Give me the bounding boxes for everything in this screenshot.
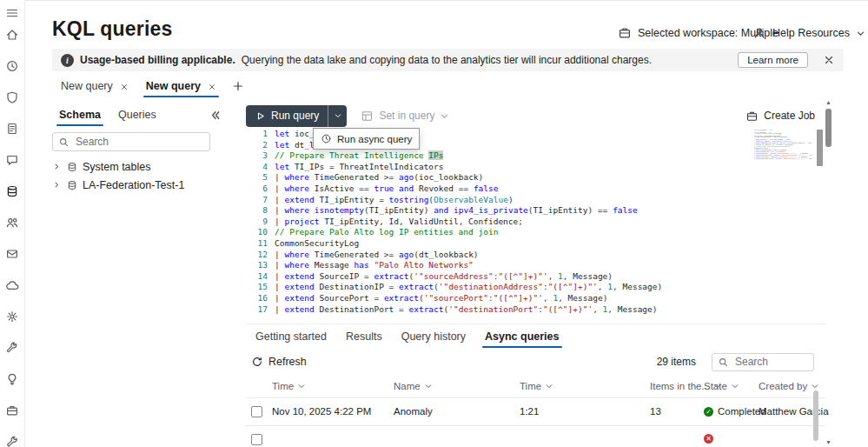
page-scrollbar[interactable]: ▲ ▼ [824,97,833,447]
refresh-label: Refresh [268,356,307,368]
add-query-tab-button[interactable] [232,80,244,92]
query-tab-label: New query [61,80,113,92]
learn-more-button[interactable]: Learn more [738,52,808,68]
lightbulb-icon[interactable] [5,372,19,386]
refresh-icon [251,356,263,368]
cloud-icon[interactable] [5,278,19,292]
query-tabs-list: New queryNew query [52,74,225,97]
history-icon[interactable] [5,59,19,73]
column-header-created_by[interactable]: Created by [759,381,819,391]
status-failed-icon: ✕ [704,434,713,444]
results-search-box [712,353,814,371]
tab-queries-label: Queries [118,109,156,121]
column-label: Time [520,381,541,391]
sort-chevron-icon [424,382,433,390]
scroll-down-icon[interactable]: ▼ [824,437,833,447]
help-icon [752,26,766,40]
tab-query-history[interactable]: Query history [392,324,475,348]
tools-icon[interactable] [5,341,19,355]
tree-item-la-federation[interactable]: LA-Federation-Test-1 [52,176,237,194]
row-checkbox[interactable] [251,406,262,417]
run-query-button[interactable]: Run query [246,105,328,127]
column-header-duration[interactable]: Time [520,381,553,391]
create-job-button[interactable]: Create Job [745,110,815,123]
run-async-query-menu-item[interactable]: Run async query [313,128,420,150]
editor-area: Run query Set in query Create Job [246,104,825,447]
search-icon [718,357,729,368]
query-tab-label: New query [146,80,201,92]
chevron-right-icon [52,180,62,190]
tab-label: Query history [401,330,466,343]
tab-schema[interactable]: Schema [52,103,108,126]
column-header-state[interactable]: State [704,381,739,391]
billing-banner: i Usage-based billing applicable. Queryi… [52,49,844,71]
refresh-button[interactable]: Refresh [251,356,307,368]
results-tabs: Getting startedResultsQuery historyAsync… [246,324,825,348]
query-tab[interactable]: New query [137,74,225,97]
wrench-icon[interactable] [5,435,19,447]
results-search-input[interactable] [733,355,808,369]
tab-schema-label: Schema [59,109,101,121]
banner-bold-text: Usage-based billing applicable. [80,54,235,66]
editor-scrollbar-thumb[interactable] [817,130,823,166]
home-icon[interactable] [5,28,19,42]
screen: KQL queries Selected workspace: Multiple… [0,0,868,447]
run-query-dropdown-button[interactable] [328,105,347,127]
database-table-icon [66,179,78,191]
scroll-up-icon[interactable]: ▲ [824,97,833,107]
job-briefcase-icon [745,110,759,123]
schema-search-box [52,132,210,151]
cell-items: 13 [650,406,661,417]
shield-icon[interactable] [5,90,19,104]
schema-tree: System tables LA-Federation-Test-1 [52,157,237,194]
help-resources-button[interactable]: Help Resources [752,26,865,40]
close-tab-icon[interactable] [208,82,216,90]
column-label: Created by [759,381,807,391]
schema-panel: Schema Queries System tables [52,103,237,447]
sort-chevron-icon [297,382,306,390]
code-lines: 1let ioc_lookback = 14d;2let dt_lookback… [246,129,825,315]
table-scrollbar-thumb[interactable] [813,390,818,441]
results-toolbar: Refresh 29 items [246,349,825,375]
people-icon[interactable] [5,216,19,230]
column-header-name[interactable]: Name [394,381,433,391]
column-label: Items in the... [650,381,710,391]
banner-text: Querying the data lake and copying data … [242,54,652,66]
cell-duration: 1:21 [520,406,539,417]
tab-getting-started[interactable]: Getting started [246,324,336,348]
app-sidebar [0,0,25,447]
table-row[interactable]: ✕ [246,425,825,447]
set-in-query-button[interactable]: Set in query [361,110,449,123]
code-editor[interactable]: 1let ioc_lookback = 14d;2let dt_lookback… [246,129,825,324]
chat-icon[interactable] [5,153,19,167]
chevron-right-icon [52,162,62,171]
schema-search-input[interactable] [74,135,204,149]
cell-state: ✕ [704,434,718,444]
tree-item-system-tables[interactable]: System tables [52,157,237,176]
menu-icon[interactable] [5,6,19,20]
row-checkbox[interactable] [251,434,262,445]
tab-results[interactable]: Results [336,324,392,348]
tree-item-label: System tables [83,161,151,173]
table-row[interactable]: Nov 10, 2025 4:22 PMAnomaly1:2113✓Comple… [246,397,825,425]
column-header-time[interactable]: Time [272,381,306,391]
database-icon[interactable] [5,184,19,198]
minimap[interactable]: let ioc_lookback = 14d;let dt_lookback =… [754,130,812,168]
query-tab[interactable]: New query [52,74,137,97]
mail-icon[interactable] [5,247,19,261]
tree-item-label: LA-Federation-Test-1 [83,179,184,191]
tab-queries[interactable]: Queries [111,103,163,126]
close-icon[interactable] [823,54,835,66]
briefcase-icon[interactable] [5,404,19,417]
report-icon[interactable] [5,122,19,136]
async-queries-table: TimeNameTimeItems in the...StateCreated … [246,377,825,447]
collapse-panel-icon[interactable] [209,109,222,122]
page-scrollbar-thumb[interactable] [825,109,832,147]
cell-name: Anomaly [394,406,433,417]
info-icon: i [61,54,74,67]
set-in-query-label: Set in query [379,110,434,122]
close-tab-icon[interactable] [120,82,129,90]
tab-async-queries[interactable]: Async queries [475,324,568,348]
settings-icon[interactable] [5,310,19,324]
sort-chevron-icon [731,382,739,390]
